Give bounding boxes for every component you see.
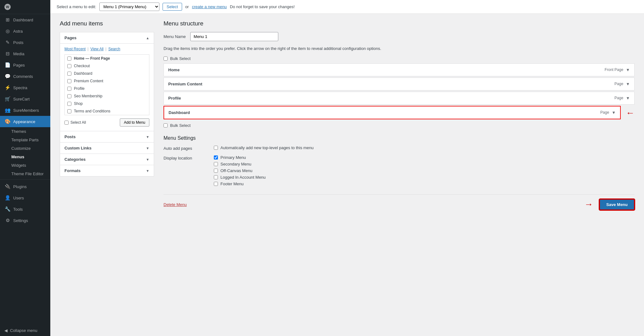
menu-name-input[interactable] — [190, 32, 278, 41]
sidebar-item-surecart[interactable]: 🛒 SureCart — [0, 93, 50, 105]
sidebar-item-astra[interactable]: ◎ Astra — [0, 25, 50, 37]
categories-accordion-header[interactable]: Categories ▼ — [60, 154, 154, 165]
posts-chevron-icon: ▼ — [146, 135, 149, 139]
custom-links-accordion-title: Custom Links — [64, 146, 92, 150]
menu-item-dashboard[interactable]: Dashboard Page ▼ — [164, 106, 621, 119]
custom-links-accordion: Custom Links ▼ — [60, 143, 154, 154]
menu-item-home[interactable]: Home Front Page ▼ — [164, 63, 635, 76]
display-location-label: Display location — [164, 155, 208, 160]
categories-accordion-title: Categories — [64, 157, 86, 162]
sidebar-item-tools[interactable]: 🔧 Tools — [0, 203, 50, 215]
bulk-select-checkbox-top[interactable] — [164, 57, 168, 61]
secondary-menu-checkbox[interactable] — [214, 162, 218, 166]
menu-item-dashboard-expand[interactable]: ▼ — [612, 110, 616, 115]
page-checkbox-checkout[interactable] — [67, 64, 71, 68]
page-checkbox-profile[interactable] — [67, 87, 71, 91]
sidebar-item-theme-file-editor[interactable]: Theme File Editor — [0, 170, 50, 178]
add-to-menu-button[interactable]: Add to Menu — [120, 118, 149, 127]
logged-in-account-menu-checkbox[interactable] — [214, 175, 218, 179]
display-location-row: Display location Primary Menu Secondary … — [164, 155, 635, 188]
formats-accordion-header[interactable]: Formats ▼ — [60, 165, 154, 176]
list-item: Checkout — [65, 62, 149, 70]
menu-item-profile-right: Page ▼ — [614, 96, 630, 100]
auto-add-checkbox-label[interactable]: Automatically add new top-level pages to… — [214, 145, 635, 150]
create-menu-link[interactable]: create a new menu — [192, 4, 227, 9]
sidebar-item-users[interactable]: 👤 Users — [0, 192, 50, 203]
sidebar-item-comments[interactable]: 💬 Comments — [0, 71, 50, 82]
sidebar-item-menus[interactable]: Menus — [0, 153, 50, 161]
page-label-seo: Seo Membership — [74, 94, 103, 98]
sidebar-item-customize[interactable]: Customize — [0, 144, 50, 153]
pages-actions: Select All Add to Menu — [64, 118, 149, 127]
menu-select[interactable]: Menu 1 (Primary Menu) Menu 2 — [99, 3, 159, 11]
astra-icon: ◎ — [4, 28, 11, 34]
pages-chevron-icon: ▲ — [146, 36, 149, 40]
footer-menu-label[interactable]: Footer Menu — [214, 182, 635, 186]
page-checkbox-home[interactable] — [67, 57, 71, 61]
sidebar-item-settings[interactable]: ⚙ Settings — [0, 215, 50, 226]
primary-menu-label[interactable]: Primary Menu — [214, 155, 635, 160]
sidebar-item-suremembers[interactable]: 👥 SureMembers — [0, 105, 50, 116]
tab-search[interactable]: Search — [108, 47, 120, 51]
secondary-menu-label[interactable]: Secondary Menu — [214, 162, 635, 166]
menu-item-premium-content[interactable]: Premium Content Page ▼ — [164, 78, 635, 90]
save-menu-button[interactable]: Save Menu — [599, 199, 635, 210]
add-menu-items-title: Add menu items — [60, 20, 154, 27]
page-checkbox-dashboard[interactable] — [67, 72, 71, 76]
menu-item-premium-type: Page — [614, 82, 623, 86]
footer-menu-checkbox[interactable] — [214, 182, 218, 186]
menu-item-profile[interactable]: Profile Page ▼ — [164, 92, 635, 105]
select-all-label[interactable]: Select All — [64, 120, 86, 125]
menu-item-home-expand[interactable]: ▼ — [626, 68, 630, 72]
sidebar-item-posts[interactable]: ✎ Posts — [0, 37, 50, 48]
menu-structure-title: Menu structure — [164, 20, 635, 27]
page-checkbox-premium[interactable] — [67, 79, 71, 83]
sidebar-item-spectra[interactable]: ⚡ Spectra — [0, 82, 50, 93]
page-checkbox-terms[interactable] — [67, 109, 71, 113]
delete-menu-link[interactable]: Delete Menu — [164, 202, 187, 207]
tab-most-recent[interactable]: Most Recent — [64, 47, 86, 51]
categories-accordion: Categories ▼ — [60, 154, 154, 165]
sidebar-item-media[interactable]: ⊟ Media — [0, 48, 50, 59]
logged-in-account-menu-label[interactable]: Logged In Account Menu — [214, 175, 635, 180]
bulk-select-checkbox-bottom[interactable] — [164, 123, 168, 127]
sidebar-item-appearance[interactable]: 🎨 Appearance — [0, 116, 50, 127]
page-checkbox-shop[interactable] — [67, 102, 71, 106]
tab-view-all[interactable]: View All — [90, 47, 103, 51]
sidebar-item-label-media: Media — [13, 51, 24, 56]
custom-links-accordion-header[interactable]: Custom Links ▼ — [60, 143, 154, 154]
posts-accordion-header[interactable]: Posts ▼ — [60, 131, 154, 142]
select-button[interactable]: Select — [163, 3, 182, 11]
sidebar-item-template-parts[interactable]: Template Parts — [0, 136, 50, 144]
plugins-icon: 🔌 — [4, 184, 11, 189]
pages-accordion-header[interactable]: Pages ▲ — [60, 32, 154, 43]
two-col-layout: Add menu items Pages ▲ Most Recent | Vie… — [60, 20, 635, 210]
menu-settings-title: Menu Settings — [164, 135, 635, 141]
sidebar-item-pages[interactable]: 📄 Pages — [0, 59, 50, 71]
sidebar-item-label-comments: Comments — [13, 74, 33, 79]
display-location-value: Primary Menu Secondary Menu Off-Canvas M… — [214, 155, 635, 188]
add-menu-items-panel: Add menu items Pages ▲ Most Recent | Vie… — [60, 20, 154, 176]
sidebar-item-themes[interactable]: Themes — [0, 127, 50, 136]
sidebar-item-widgets[interactable]: Widgets — [0, 161, 50, 170]
sidebar-item-label-posts: Posts — [13, 40, 24, 45]
right-arrow-icon: → — [584, 199, 593, 209]
sidebar-item-dashboard[interactable]: ⊞ Dashboard — [0, 14, 50, 25]
footer-menu-text: Footer Menu — [220, 182, 244, 186]
page-label-home: Home — Front Page — [74, 56, 110, 61]
primary-menu-checkbox[interactable] — [214, 155, 218, 160]
auto-add-checkbox[interactable] — [214, 146, 218, 150]
left-arrow-icon: ← — [626, 108, 635, 118]
dashboard-icon: ⊞ — [4, 17, 11, 23]
menu-item-profile-expand[interactable]: ▼ — [626, 96, 630, 100]
menu-item-premium-expand[interactable]: ▼ — [626, 82, 630, 86]
page-checkbox-seo[interactable] — [67, 94, 71, 98]
sidebar-item-plugins[interactable]: 🔌 Plugins — [0, 181, 50, 192]
sidebar-item-label-appearance: Appearance — [13, 119, 35, 124]
off-canvas-menu-checkbox[interactable] — [214, 169, 218, 173]
dashboard-row-wrapper: Dashboard Page ▼ ← — [164, 106, 635, 121]
off-canvas-menu-label[interactable]: Off-Canvas Menu — [214, 168, 635, 173]
page-label-dashboard: Dashboard — [74, 71, 92, 76]
collapse-menu-button[interactable]: ◀ Collapse menu — [0, 325, 50, 336]
select-all-checkbox[interactable] — [64, 121, 69, 125]
